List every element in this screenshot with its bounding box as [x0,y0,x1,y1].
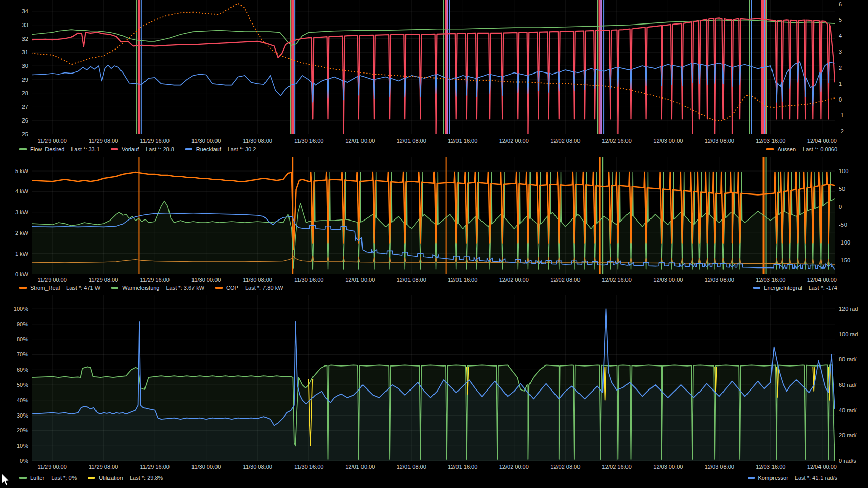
left-axis-label: 100% [0,306,28,312]
right-axis-label: 100 rad [839,331,858,337]
right-axis-label: 6 [839,1,842,7]
legend-swatch [88,477,95,479]
x-axis-label: 11/30 08:00 [243,138,272,144]
right-axis-label: 120 rad [839,306,858,312]
left-axis-label: 70% [0,351,28,357]
left-axis-label: 30% [0,412,28,419]
legend-swatch [111,287,118,289]
x-axis-label: 11/30 08:00 [243,277,272,283]
legend-last-value: Last *: 30.2 [228,146,256,152]
legend-label: Kompressor [758,475,788,481]
x-axis-label: 12/01 08:00 [397,277,426,283]
right-axis-label: 20 rad/ [839,432,856,438]
left-axis-label: 28 [0,90,28,96]
drive-plot[interactable] [32,295,835,461]
legend-item-EnergieIntegral[interactable]: EnergieIntegralLast *: -174 [753,285,837,291]
x-axis-label: 12/01 00:00 [345,463,375,470]
right-axis-label: 0 [839,204,842,210]
left-axis-label: 10% [0,443,28,449]
x-axis-label: 12/03 08:00 [705,138,734,144]
x-axis-label: 11/29 08:00 [89,277,118,283]
x-axis-label: 11/29 00:00 [38,277,67,283]
legend-group-left: LüfterLast *: 0%UtilizationLast *: 29.8% [19,475,163,481]
legend-item-Flow_Desired[interactable]: Flow_DesiredLast *: 33.1 [19,146,100,152]
x-axis-label: 11/29 00:00 [38,463,67,470]
x-axis-label: 12/01 16:00 [448,463,477,470]
left-axis-label: 40% [0,397,28,403]
legend-label: Strom_Real [30,285,60,291]
legend-item-Lüfter[interactable]: LüfterLast *: 0% [19,475,77,481]
legend-label: COP [226,285,238,291]
left-axis-label: 3 kW [0,209,28,215]
x-axis-label: 12/01 16:00 [448,277,477,283]
x-axis-label: 12/01 08:00 [397,463,426,470]
legend-swatch [19,477,27,479]
left-axis-label: 2 kW [0,230,28,236]
temperatures-plot[interactable] [32,0,835,134]
right-axis-label: 0 [839,96,842,103]
left-axis-label: 20% [0,427,28,433]
left-axis-label: 25 [0,131,28,137]
x-axis-label: 11/30 16:00 [294,277,323,283]
left-axis-label: 30 [0,63,28,69]
legend-item-Vorlauf[interactable]: VorlaufLast *: 28.8 [111,146,174,152]
legend-swatch [185,148,192,150]
x-axis-label: 12/03 08:00 [705,463,734,470]
legend-drive: LüfterLast *: 0%UtilizationLast *: 29.8%… [19,475,837,481]
legend-item-Wärmeleistung[interactable]: WärmeleistungLast *: 3.67 kW [111,285,204,291]
legend-swatch [111,148,118,150]
x-axis-label: 11/29 16:00 [140,277,170,283]
power-plot[interactable] [32,157,835,274]
x-axis-label: 11/30 16:00 [294,463,323,470]
x-axis-label: 12/01 08:00 [397,138,426,144]
left-axis-label: 60% [0,367,28,373]
left-axis-label: 80% [0,336,28,343]
legend-label: EnergieIntegral [764,285,802,291]
x-axis-label: 12/03 16:00 [756,277,785,283]
legend-item-Ruecklauf[interactable]: RuecklaufLast *: 30.2 [185,146,256,152]
x-axis-label: 12/02 16:00 [602,463,632,470]
x-axis-label: 12/02 00:00 [499,463,529,470]
x-axis-label: 12/04 00:00 [807,463,837,470]
legend-power: Strom_RealLast *: 471 WWärmeleistungLast… [19,285,837,291]
x-axis-label: 11/29 16:00 [140,463,170,470]
mouse-cursor [1,473,11,487]
legend-last-value: Last *: 29.8% [130,475,163,481]
x-axis-label: 11/30 16:00 [294,138,323,144]
legend-last-value: Last *: -174 [809,285,837,291]
legend-label: Ruecklauf [196,146,221,152]
left-axis-label: 27 [0,104,28,110]
legend-label: Utilization [99,475,123,481]
right-axis-label: 2 [839,65,842,71]
right-axis-label: -50 [839,222,847,228]
left-axis-label: 29 [0,77,28,83]
legend-item-Utilization[interactable]: UtilizationLast *: 29.8% [88,475,163,481]
legend-group-left: Strom_RealLast *: 471 WWärmeleistungLast… [19,285,283,291]
legend-swatch [19,148,27,150]
legend-last-value: Last *: 33.1 [71,146,100,152]
legend-group-right: KompressorLast *: 41.1 rad/s [748,475,837,481]
legend-label: Wärmeleistung [122,285,159,291]
legend-swatch [748,477,755,479]
right-axis-label: 3 [839,48,842,55]
legend-item-Strom_Real[interactable]: Strom_RealLast *: 471 W [19,285,100,291]
legend-item-Aussen[interactable]: AussenLast *: 0.0860 [766,146,837,152]
legend-item-Kompressor[interactable]: KompressorLast *: 41.1 rad/s [748,475,837,481]
x-axis-label: 12/02 16:00 [602,138,632,144]
x-axis-label: 11/29 00:00 [38,138,67,144]
legend-swatch [19,287,27,289]
legend-last-value: Last *: 41.1 rad/s [795,475,837,481]
x-axis-label: 12/02 16:00 [602,277,632,283]
right-axis-label: 100 [839,168,848,174]
legend-item-COP[interactable]: COPLast *: 7.80 kW [215,285,283,291]
legend-label: Flow_Desired [30,146,64,152]
left-axis-label: 26 [0,117,28,124]
x-axis-label: 12/01 00:00 [345,277,375,283]
legend-last-value: Last *: 3.67 kW [166,285,204,291]
x-axis-label: 12/03 08:00 [705,277,734,283]
right-axis-label: 60 rad/ [839,382,856,388]
legend-label: Vorlauf [122,146,139,152]
right-axis-label: 4 [839,33,842,39]
x-axis-label: 11/30 00:00 [191,138,221,144]
right-axis-label: 5 [839,17,842,23]
